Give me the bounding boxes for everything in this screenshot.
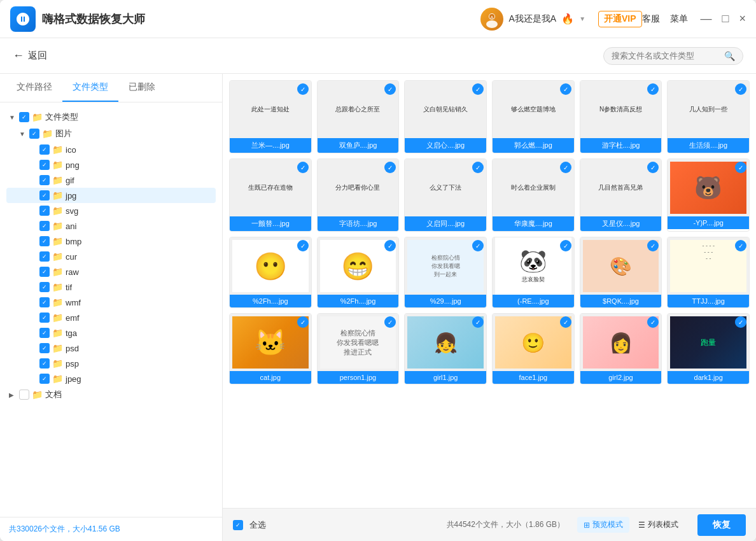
file-item[interactable]: 🐻 ✓ -Y)P....jpg <box>667 158 750 232</box>
file-check[interactable]: ✓ <box>472 316 484 328</box>
file-item[interactable]: 🐼悲哀脸契 ✓ (-RE....jpg <box>492 237 575 308</box>
file-item[interactable]: 总跟着心之所至 ✓ 双鱼庐....jpg <box>317 80 400 153</box>
file-check[interactable]: ✓ <box>297 83 309 95</box>
tree-item-images[interactable]: ▼ ✓ 📁 图片 <box>6 125 216 142</box>
file-item[interactable]: 🐱 ✓ cat.jpg <box>229 313 312 384</box>
file-check[interactable]: ✓ <box>647 83 659 95</box>
tree-item-cur[interactable]: ✓ 📁 cur <box>6 249 216 264</box>
file-check[interactable]: ✓ <box>560 162 571 173</box>
tree-item-bmp[interactable]: ✓ 📁 bmp <box>6 234 216 249</box>
tree-item-png[interactable]: ✓ 📁 png <box>6 157 216 172</box>
file-check[interactable]: ✓ <box>647 162 659 173</box>
file-item[interactable]: 几目然首高兄弟 ✓ 叉星仪....jpg <box>580 158 662 232</box>
tree-checkbox[interactable]: ✓ <box>39 175 50 185</box>
file-item[interactable]: 😁 ✓ %2Fh....jpg <box>317 237 400 308</box>
tree-item-wmf[interactable]: ✓ 📁 wmf <box>6 295 216 310</box>
tree-item-psp[interactable]: ✓ 📁 psp <box>6 356 216 371</box>
file-item[interactable]: 👩 ✓ girl2.jpg <box>580 313 662 384</box>
file-check[interactable]: ✓ <box>560 83 571 95</box>
select-all-checkbox[interactable]: ✓ <box>233 520 243 530</box>
tree-checkbox[interactable]: ✓ <box>39 297 50 307</box>
file-name: $RQK....jpg <box>580 295 662 307</box>
tree-item-docs[interactable]: ▶ 📁 文档 <box>6 386 216 403</box>
menu-button[interactable]: 菜单 <box>670 13 688 25</box>
tree-item-tif[interactable]: ✓ 📁 tif <box>6 279 216 295</box>
file-item[interactable]: 生既已存在造物 ✓ 一颤替....jpg <box>229 158 312 232</box>
tree-item-psd[interactable]: ✓ 📁 psd <box>6 341 216 356</box>
tree-item-ani[interactable]: ✓ 📁 ani <box>6 218 216 234</box>
file-check[interactable]: ✓ <box>735 162 746 173</box>
file-item[interactable]: 分力吧看你心里 ✓ 字语坊....jpg <box>317 158 400 232</box>
tree-checkbox[interactable]: ✓ <box>39 221 50 231</box>
tree-checkbox[interactable]: ✓ <box>39 343 50 353</box>
file-item[interactable]: 么义了下法 ✓ 义启同....jpg <box>404 158 487 232</box>
file-check[interactable]: ✓ <box>735 240 746 251</box>
tree-checkbox[interactable]: ✓ <box>39 144 50 155</box>
file-item[interactable]: 此处一道知处 ✓ 兰米—....jpg <box>229 80 312 153</box>
file-check[interactable]: ✓ <box>297 162 309 173</box>
file-check[interactable]: ✓ <box>472 83 484 95</box>
file-check[interactable]: ✓ <box>472 240 484 251</box>
file-check[interactable]: ✓ <box>735 316 746 328</box>
tab-filepath[interactable]: 文件路径 <box>6 74 62 102</box>
file-check[interactable]: ✓ <box>297 240 309 251</box>
close-button[interactable]: × <box>739 12 746 25</box>
file-check[interactable]: ✓ <box>472 162 484 173</box>
tree-item-jpeg[interactable]: ✓ 📁 jpeg <box>6 371 216 386</box>
file-item[interactable]: 👧 ✓ girl1.jpg <box>404 313 487 384</box>
minimize-button[interactable]: — <box>701 12 712 25</box>
tree-item-gif[interactable]: ✓ 📁 gif <box>6 172 216 188</box>
tree-checkbox[interactable]: ✓ <box>39 267 50 277</box>
file-item[interactable]: 检察院心情你发我看嗯嗯推进正式 ✓ person1.jpg <box>317 313 400 384</box>
file-item[interactable]: 几人知到一些 ✓ 生活须....jpg <box>667 80 750 153</box>
tree-checkbox[interactable]: ✓ <box>39 236 50 246</box>
file-item[interactable]: N参数清高反想 ✓ 游字杜....jpg <box>580 80 662 153</box>
recover-button[interactable]: 恢复 <box>697 514 746 536</box>
customer-service-button[interactable]: 客服 <box>642 13 660 25</box>
tab-filetype[interactable]: 文件类型 <box>62 74 118 102</box>
search-input[interactable] <box>612 51 724 60</box>
file-check[interactable]: ✓ <box>560 316 571 328</box>
file-check[interactable]: ✓ <box>384 83 396 95</box>
file-check[interactable]: ✓ <box>735 83 746 95</box>
vip-button[interactable]: 开通VIP <box>598 11 642 27</box>
tree-checkbox[interactable]: ✓ <box>39 190 50 200</box>
file-item[interactable]: 够么燃空题博地 ✓ 郭么燃....jpg <box>492 80 575 153</box>
tree-item-jpg[interactable]: ✓ 📁 jpg <box>6 188 216 203</box>
tree-checkbox[interactable] <box>19 390 29 400</box>
tree-checkbox[interactable]: ✓ <box>39 206 50 216</box>
file-item[interactable]: 时么着企业展制 ✓ 华康魔....jpg <box>492 158 575 232</box>
file-item[interactable]: 检察院心情你发我看嗯到一起来 ✓ %29....jpg <box>404 237 487 308</box>
preview-mode-button[interactable]: ⊞ 预览模式 <box>577 517 629 533</box>
file-item[interactable]: 义白朝见钻销久 ✓ 义启心....jpg <box>404 80 487 153</box>
tree-item-root[interactable]: ▼ ✓ 📁 文件类型 <box>6 109 216 125</box>
user-dropdown-arrow[interactable]: ▼ <box>579 15 585 22</box>
tree-checkbox[interactable]: ✓ <box>39 374 50 384</box>
file-item[interactable]: 😶 ✓ %2Fh....jpg <box>229 237 312 308</box>
file-check[interactable]: ✓ <box>560 240 571 251</box>
file-check[interactable]: ✓ <box>297 316 309 328</box>
tree-checkbox[interactable]: ✓ <box>39 313 50 323</box>
tree-checkbox[interactable]: ✓ <box>29 129 39 139</box>
select-all[interactable]: ✓ 全选 <box>233 519 266 531</box>
tree-item-tga[interactable]: ✓ 📁 tga <box>6 325 216 341</box>
tab-deleted[interactable]: 已删除 <box>118 74 165 102</box>
file-item[interactable]: - - - -- - -- - ✓ TTJJ....jpg <box>667 237 750 308</box>
tree-item-ico[interactable]: ✓ 📁 ico <box>6 142 216 157</box>
list-mode-button[interactable]: ☰ 列表模式 <box>632 517 685 533</box>
tree-checkbox[interactable]: ✓ <box>39 251 50 262</box>
file-item[interactable]: 🙂 ✓ face1.jpg <box>492 313 575 384</box>
tree-item-emf[interactable]: ✓ 📁 emf <box>6 310 216 325</box>
file-item[interactable]: 跑量 ✓ dark1.jpg <box>667 313 750 384</box>
tree-item-raw[interactable]: ✓ 📁 raw <box>6 264 216 279</box>
tree-item-svg[interactable]: ✓ 📁 svg <box>6 203 216 218</box>
tree-checkbox[interactable]: ✓ <box>19 112 29 122</box>
tree-checkbox[interactable]: ✓ <box>39 358 50 369</box>
back-button[interactable]: ← 返回 <box>13 49 47 62</box>
tree-checkbox[interactable]: ✓ <box>39 160 50 170</box>
tree-checkbox[interactable]: ✓ <box>39 328 50 338</box>
file-item[interactable]: 🎨 ✓ $RQK....jpg <box>580 237 662 308</box>
tree-checkbox[interactable]: ✓ <box>39 282 50 292</box>
file-check[interactable]: ✓ <box>384 162 396 173</box>
maximize-button[interactable]: □ <box>722 12 729 25</box>
